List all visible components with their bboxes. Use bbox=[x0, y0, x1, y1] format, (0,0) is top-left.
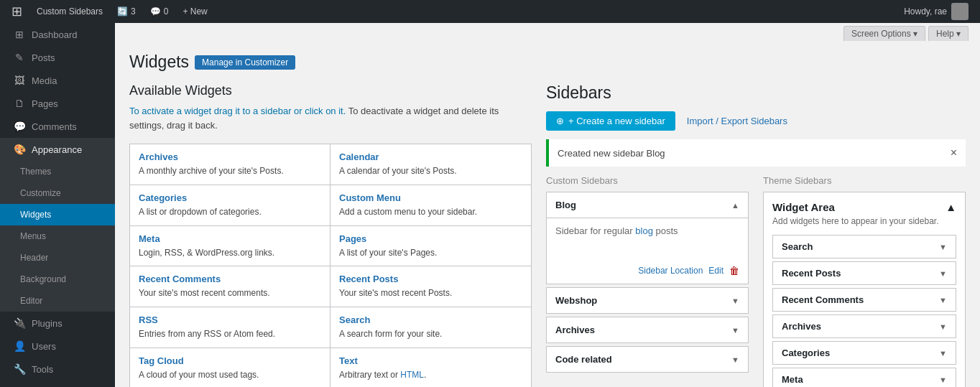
sidebar-item-plugins[interactable]: 🔌 Plugins bbox=[0, 312, 115, 335]
sidebar-item-menus[interactable]: Menus bbox=[0, 225, 115, 247]
widget-title: Archives bbox=[139, 151, 321, 162]
sidebar-item-header[interactable]: Header bbox=[0, 247, 115, 269]
page-body: Widgets Manage in Customizer Available W… bbox=[115, 41, 980, 387]
comments-icon: 💬 bbox=[150, 6, 161, 17]
media-icon: 🖼 bbox=[13, 75, 26, 86]
wp-logo-icon[interactable]: ⊞ bbox=[6, 4, 28, 19]
widget-slot-categories[interactable]: Categories ▼ bbox=[772, 341, 956, 365]
sidebar-item-widgets[interactable]: Widgets bbox=[0, 204, 115, 225]
updates-icon: 🔄 bbox=[117, 6, 128, 17]
dashboard-icon: ⊞ bbox=[13, 29, 26, 40]
sidebar-item-customize[interactable]: Customize bbox=[0, 182, 115, 204]
page-header: Widgets Manage in Customizer bbox=[129, 52, 966, 72]
sidebar-item-label: Pages bbox=[32, 98, 58, 109]
widget-title: Recent Comments bbox=[139, 274, 321, 284]
sidebar-archives-title: Archives bbox=[555, 325, 595, 335]
sidebars-title: Sidebars bbox=[546, 83, 966, 103]
list-item[interactable]: Recent Posts Your site's most recent Pos… bbox=[330, 266, 531, 307]
sidebar-delete-button[interactable]: 🗑 bbox=[729, 265, 739, 276]
list-item[interactable]: Archives A monthly archive of your site'… bbox=[130, 144, 330, 185]
sidebar-item-users[interactable]: 👤 Users bbox=[0, 335, 115, 358]
chevron-up-icon: ▲ bbox=[946, 201, 956, 213]
sidebar-item-label: Appearance bbox=[32, 144, 82, 155]
sidebar-item-tools[interactable]: 🔧 Tools bbox=[0, 358, 115, 381]
chevron-down-icon: ▼ bbox=[731, 297, 739, 305]
users-icon: 👤 bbox=[13, 340, 26, 352]
success-notice: Created new sidebar Blog × bbox=[546, 139, 966, 167]
sidebars-section: Sidebars ⊕ + Create a new sidebar Import… bbox=[546, 83, 966, 387]
admin-new[interactable]: + New bbox=[177, 0, 213, 23]
widget-desc: A cloud of your most used tags. bbox=[139, 369, 321, 381]
import-export-link[interactable]: Import / Export Sidebars bbox=[687, 116, 787, 126]
list-item[interactable]: Recent Comments Your site's most recent … bbox=[130, 266, 330, 307]
appearance-icon: 🎨 bbox=[13, 144, 26, 155]
widget-slot-archives[interactable]: Archives ▼ bbox=[772, 314, 956, 338]
widget-slot-label: Recent Posts bbox=[782, 268, 841, 279]
available-widgets-section: Available Widgets To activate a widget d… bbox=[129, 83, 532, 387]
pages-icon: 🗋 bbox=[13, 98, 26, 109]
sidebar-item-editor[interactable]: Editor bbox=[0, 290, 115, 312]
list-item[interactable]: Custom Menu Add a custom menu to your si… bbox=[330, 185, 531, 226]
admin-site-name[interactable]: Custom Sidebars bbox=[31, 0, 108, 23]
help-button[interactable]: Help ▾ bbox=[928, 26, 969, 41]
sidebar-item-comments[interactable]: 💬 Comments bbox=[0, 115, 115, 138]
sidebar-panel-webshop-header[interactable]: Webshop ▼ bbox=[547, 288, 748, 313]
widget-title: Search bbox=[339, 314, 522, 325]
widget-desc: Add a custom menu to your sidebar. bbox=[339, 206, 522, 218]
sidebars-two-col: Custom Sidebars Blog ▲ Sidebar for regul… bbox=[546, 175, 966, 387]
admin-updates[interactable]: 🔄 3 bbox=[111, 0, 142, 23]
list-item[interactable]: Search A search form for your site. bbox=[330, 307, 531, 348]
list-item[interactable]: Pages A list of your site's Pages. bbox=[330, 226, 531, 267]
widget-slot-recent-posts[interactable]: Recent Posts ▼ bbox=[772, 261, 956, 285]
list-item[interactable]: Calendar A calendar of your site's Posts… bbox=[330, 144, 531, 185]
custom-sidebars-label: Custom Sidebars bbox=[546, 175, 749, 186]
widgets-layout: Available Widgets To activate a widget d… bbox=[129, 83, 966, 387]
sidebar-item-themes[interactable]: Themes bbox=[0, 161, 115, 182]
list-item[interactable]: RSS Entries from any RSS or Atom feed. bbox=[130, 307, 330, 348]
sidebar-location-button[interactable]: Sidebar Location bbox=[638, 266, 703, 276]
tools-icon: 🔧 bbox=[13, 363, 26, 375]
widget-slot-search[interactable]: Search ▼ bbox=[772, 235, 956, 258]
sidebar-item-settings[interactable]: ⚙ Settings bbox=[0, 381, 115, 387]
list-item[interactable]: Text Arbitrary text or HTML. bbox=[330, 348, 531, 387]
plugins-icon: 🔌 bbox=[13, 317, 26, 329]
notice-close-button[interactable]: × bbox=[951, 146, 957, 159]
sidebar-item-label: Media bbox=[32, 75, 57, 86]
avatar bbox=[951, 3, 969, 20]
sidebar-item-posts[interactable]: ✎ Posts bbox=[0, 46, 115, 69]
admin-sidebar: ⊞ Dashboard ✎ Posts 🖼 Media 🗋 Pages 💬 Co… bbox=[0, 23, 115, 387]
widget-area-panel: Widget Area ▲ Add widgets here to appear… bbox=[763, 192, 966, 387]
list-item[interactable]: Categories A list or dropdown of categor… bbox=[130, 185, 330, 226]
widget-slot-recent-comments[interactable]: Recent Comments ▼ bbox=[772, 288, 956, 312]
admin-user[interactable]: Howdy, rae bbox=[898, 3, 974, 20]
widget-slot-meta[interactable]: Meta ▼ bbox=[772, 368, 956, 387]
sidebar-item-pages[interactable]: 🗋 Pages bbox=[0, 92, 115, 115]
admin-comments[interactable]: 💬 0 bbox=[144, 0, 175, 23]
sidebar-panel-archives-header[interactable]: Archives ▼ bbox=[547, 317, 748, 342]
sidebar-item-background[interactable]: Background bbox=[0, 269, 115, 290]
chevron-down-icon: ▼ bbox=[731, 355, 739, 364]
sidebar-panel-code-related-header[interactable]: Code related ▼ bbox=[547, 347, 748, 372]
sidebar-item-label: Users bbox=[32, 341, 56, 352]
sidebars-actions: ⊕ + Create a new sidebar Import / Export… bbox=[546, 111, 966, 131]
widget-desc: A monthly archive of your site's Posts. bbox=[139, 165, 321, 177]
sidebar-panel-blog-header[interactable]: Blog ▲ bbox=[547, 192, 748, 218]
sidebar-webshop-title: Webshop bbox=[555, 295, 597, 306]
chevron-down-icon: ▼ bbox=[939, 296, 947, 304]
sidebar-item-appearance[interactable]: 🎨 Appearance bbox=[0, 138, 115, 161]
screen-options-button[interactable]: Screen Options ▾ bbox=[843, 26, 925, 41]
sidebar-blog-title: Blog bbox=[555, 200, 576, 210]
list-item[interactable]: Meta Login, RSS, & WordPress.org links. bbox=[130, 226, 330, 267]
sidebar-item-media[interactable]: 🖼 Media bbox=[0, 69, 115, 92]
sidebar-item-label: Dashboard bbox=[32, 29, 78, 40]
widget-title: Meta bbox=[139, 233, 321, 244]
manage-customizer-link[interactable]: Manage in Customizer bbox=[195, 55, 295, 70]
chevron-down-icon: ▼ bbox=[939, 243, 947, 251]
widget-desc: Your site's most recent comments. bbox=[139, 287, 321, 299]
sidebar-item-dashboard[interactable]: ⊞ Dashboard bbox=[0, 23, 115, 46]
list-item[interactable]: Tag Cloud A cloud of your most used tags… bbox=[130, 348, 330, 387]
blog-link[interactable]: blog bbox=[635, 225, 653, 236]
sidebar-edit-button[interactable]: Edit bbox=[708, 266, 724, 276]
main-content: Screen Options ▾ Help ▾ Widgets Manage i… bbox=[115, 23, 980, 387]
create-sidebar-button[interactable]: ⊕ + Create a new sidebar bbox=[546, 111, 675, 131]
